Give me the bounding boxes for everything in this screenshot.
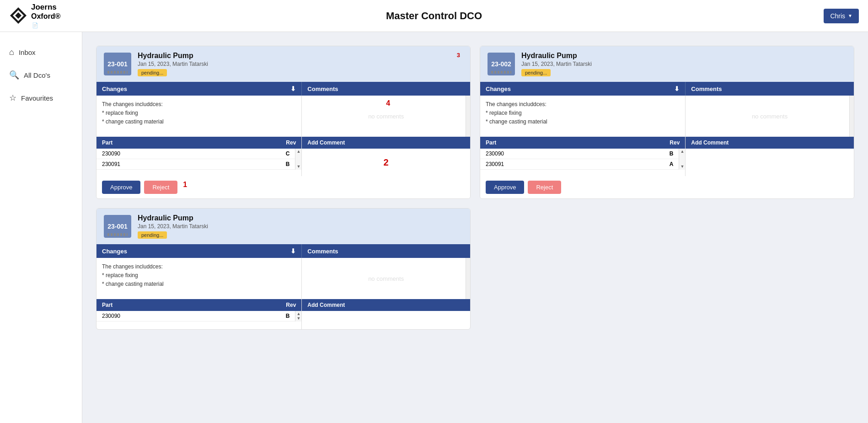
comments-label-2: Comments <box>691 86 722 92</box>
status-badge-3: pending... <box>138 231 167 239</box>
part-scroll-1: 230090 C 230091 B ▲ ▼ <box>96 149 301 170</box>
add-comment-header-3: Add Comment <box>302 299 470 311</box>
app-layout: ⌂ Inbox 🔍 All Dco's ☆ Favourites 23-001 <box>0 32 868 423</box>
user-menu-button[interactable]: Chris <box>824 9 859 23</box>
part-section-2: Part Rev 230090 B 230091 <box>480 137 854 176</box>
page-title: Master Control DCO <box>386 10 482 22</box>
add-comment-label-3: Add Comment <box>307 302 345 308</box>
actions-row-1: Approve Reject 1 <box>96 176 470 198</box>
part-scroll-3: 230090 B ▲ ▼ <box>96 311 301 321</box>
add-comment-label-1: Add Comment <box>307 139 345 146</box>
card-header-1: 23-001 Hydraulic Pump Jan 15, 2023, Mart… <box>96 46 470 82</box>
reject-button-1[interactable]: Reject <box>144 181 177 194</box>
sidebar-item-inbox[interactable]: ⌂ Inbox <box>0 41 82 64</box>
part-section-1: Part Rev 230090 C 230091 <box>96 137 470 176</box>
scroll-arrows-2: ▲ ▼ <box>679 149 685 170</box>
part-rev-1-0: C <box>286 150 290 157</box>
part-label-1: Part <box>102 139 113 146</box>
part-header-1: Part Rev <box>96 137 301 149</box>
header: Joerns Oxford® 📄 Master Control DCO Chri… <box>0 0 868 32</box>
part-rev-3-0: B <box>286 313 290 319</box>
add-comment-body-1[interactable]: 2 <box>302 149 470 176</box>
part-row-1-0: 230090 C <box>96 149 295 159</box>
section-headers-2: Changes ⬇ Comments <box>480 82 854 96</box>
add-comment-2: Add Comment <box>686 137 854 176</box>
part-scroll-2: 230090 B 230091 A ▲ ▼ <box>480 149 685 170</box>
dco-badge-1: 23-001 <box>104 53 131 75</box>
sidebar-item-all-dcos[interactable]: 🔍 All Dco's <box>0 64 82 86</box>
annotation-4: 4 <box>386 99 390 107</box>
approve-button-1[interactable]: Approve <box>102 181 140 194</box>
part-header-2: Part Rev <box>480 137 685 149</box>
section-headers-3: Changes ⬇ Comments <box>96 244 470 258</box>
add-comment-body-2[interactable] <box>686 149 854 176</box>
part-section-3: Part Rev 230090 B ▲ <box>96 299 470 329</box>
part-rev-2-0: B <box>670 150 674 157</box>
no-comments-label-3: no comments <box>368 275 404 282</box>
dco-card-2: 23-002 Hydraulic Pump Jan 15, 2023, Mart… <box>480 46 854 199</box>
card-header-3: 23-001 Hydraulic Pump Jan 15, 2023, Mart… <box>96 209 470 244</box>
actions-row-2: Approve Reject <box>480 176 854 198</box>
scroll-bar-2[interactable] <box>849 96 854 137</box>
card-info-1: Hydraulic Pump Jan 15, 2023, Martin Tata… <box>138 52 208 76</box>
card-meta-3: Jan 15, 2023, Martin Tatarski <box>138 223 208 230</box>
changes-label-1: Changes <box>102 86 127 92</box>
status-badge-2: pending... <box>521 69 551 76</box>
part-table-2: Part Rev 230090 B 230091 <box>480 137 686 176</box>
changes-label-2: Changes <box>486 86 511 92</box>
logo-doc-icon: 📄 <box>32 22 38 28</box>
scroll-down-1[interactable]: ▼ <box>296 165 300 169</box>
changes-text-3: The changes includdces: * replace fixing… <box>102 263 164 287</box>
sidebar-label-favourites: Favourites <box>21 94 53 102</box>
scroll-bar-1[interactable] <box>466 96 470 137</box>
part-num-3-0: 230090 <box>102 313 120 319</box>
part-num-2-0: 230090 <box>486 150 504 157</box>
comments-header-3: Comments <box>302 244 470 258</box>
part-row-1-1: 230091 B <box>96 159 295 170</box>
logo-icon <box>9 6 27 25</box>
no-comments-label-2: no comments <box>752 113 788 120</box>
part-rev-2-1: A <box>670 161 674 167</box>
download-icon-3[interactable]: ⬇ <box>290 247 296 255</box>
approve-button-2[interactable]: Approve <box>486 181 524 194</box>
main-content: 23-001 Hydraulic Pump Jan 15, 2023, Mart… <box>82 32 868 423</box>
scroll-arrows-1: ▲ ▼ <box>295 149 301 170</box>
part-rows-1: 230090 C 230091 B <box>96 149 295 170</box>
changes-header-3: Changes ⬇ <box>96 244 302 258</box>
scroll-up-3[interactable]: ▲ <box>296 312 300 316</box>
scroll-bar-3[interactable] <box>466 258 470 299</box>
add-comment-body-3[interactable] <box>302 311 470 329</box>
dco-badge-3: 23-001 <box>104 215 131 238</box>
scroll-up-1[interactable]: ▲ <box>296 150 300 154</box>
dco-card-3: 23-001 Hydraulic Pump Jan 15, 2023, Mart… <box>96 208 471 330</box>
part-row-2-1: 230091 A <box>480 159 679 170</box>
scroll-down-2[interactable]: ▼ <box>680 165 684 169</box>
card-title-2: Hydraulic Pump <box>521 52 592 60</box>
part-rows-2: 230090 B 230091 A <box>480 149 679 170</box>
reject-button-2[interactable]: Reject <box>528 181 561 194</box>
download-icon-2[interactable]: ⬇ <box>674 85 680 92</box>
logo-company: Joerns <box>31 3 60 12</box>
no-comments-label-1: no comments <box>368 113 404 120</box>
changes-content-2: The changes includdces: * replace fixing… <box>480 96 686 137</box>
card-meta-2: Jan 15, 2023, Martin Tatarski <box>521 61 592 67</box>
changes-header-2: Changes ⬇ <box>480 82 686 96</box>
dco-badge-label-1: 23-001 <box>107 60 128 68</box>
part-table-1: Part Rev 230090 C 230091 <box>96 137 302 176</box>
scroll-down-3[interactable]: ▼ <box>296 316 300 321</box>
dco-badge-2: 23-002 <box>488 53 515 75</box>
rev-label-3: Rev <box>286 302 296 308</box>
part-table-3: Part Rev 230090 B ▲ <box>96 299 302 329</box>
changes-label-3: Changes <box>102 248 127 255</box>
part-label-2: Part <box>486 139 496 146</box>
download-icon-1[interactable]: ⬇ <box>290 85 296 92</box>
scroll-up-2[interactable]: ▲ <box>680 150 684 154</box>
part-row-2-0: 230090 B <box>480 149 679 159</box>
sidebar-item-favourites[interactable]: ☆ Favourites <box>0 86 82 109</box>
dco-card-1: 23-001 Hydraulic Pump Jan 15, 2023, Mart… <box>96 46 471 199</box>
changes-text-1: The changes includdces: * replace fixing… <box>102 101 164 125</box>
comments-content-2: no comments <box>686 96 854 137</box>
star-icon: ☆ <box>9 93 16 103</box>
card-info-2: Hydraulic Pump Jan 15, 2023, Martin Tata… <box>521 52 592 76</box>
part-row-3-0: 230090 B <box>96 311 295 321</box>
